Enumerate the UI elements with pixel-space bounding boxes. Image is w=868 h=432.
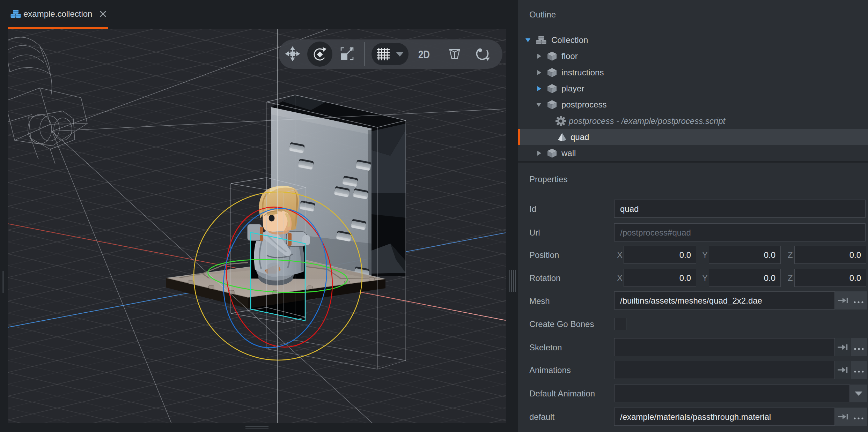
- svg-text:2D: 2D: [418, 49, 430, 61]
